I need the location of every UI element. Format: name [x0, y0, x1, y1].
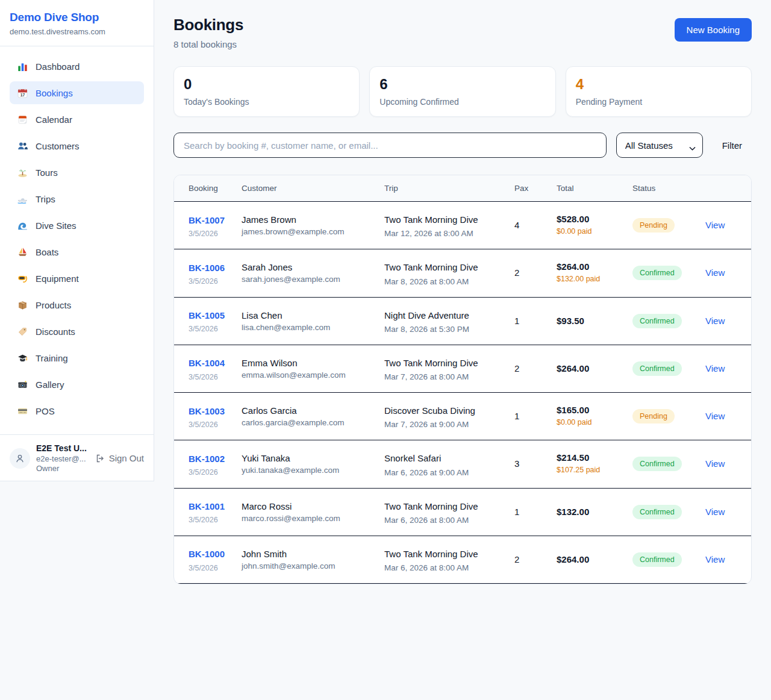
package-icon — [17, 299, 28, 310]
table-row: BK-1003 3/5/2026 Carlos Garcia carlos.ga… — [174, 393, 751, 440]
booking-id-link[interactable]: BK-1005 — [189, 308, 225, 322]
bookings-table: Booking Customer Trip Pax Total Status B… — [174, 175, 751, 584]
booking-id-link[interactable]: BK-1002 — [189, 452, 225, 466]
total-amount: $264.00 — [557, 261, 628, 272]
label-icon — [17, 326, 28, 337]
status-badge: Confirmed — [632, 552, 682, 567]
status-badge: Pending — [632, 409, 675, 423]
filter-button[interactable]: Filter — [722, 140, 742, 151]
sidebar-item-products[interactable]: Products — [10, 293, 144, 316]
sidebar-item-label: Trips — [36, 194, 55, 204]
sidebar-item-label: Discounts — [36, 327, 75, 337]
stat-label: Pending Payment — [576, 97, 741, 107]
search-input[interactable] — [173, 133, 607, 158]
stat-value: 0 — [184, 76, 349, 93]
trip-name: Night Dive Adventure — [384, 308, 481, 322]
booking-id-link[interactable]: BK-1000 — [189, 547, 225, 561]
filter-row: All Statuses Filter — [173, 133, 752, 158]
status-badge: Confirmed — [632, 314, 682, 328]
view-link[interactable]: View — [705, 507, 725, 517]
trip-name: Two Tank Morning Dive — [384, 499, 481, 513]
view-link[interactable]: View — [705, 554, 725, 564]
sidebar-item-label: Tours — [36, 167, 58, 178]
sidebar-item-pos[interactable]: POS — [10, 399, 144, 422]
table-row: BK-1000 3/5/2026 John Smith john.smith@e… — [174, 536, 751, 583]
column-header-actions — [705, 175, 751, 202]
speedboat-icon — [17, 193, 28, 204]
diving-mask-icon — [17, 273, 28, 284]
page-subtitle: 8 total bookings — [173, 39, 243, 49]
pax-count: 1 — [514, 507, 519, 517]
trip-name: Discover Scuba Diving — [384, 404, 481, 417]
trip-name: Snorkel Safari — [384, 451, 481, 465]
view-link[interactable]: View — [705, 363, 725, 373]
sidebar-item-training[interactable]: Training — [10, 346, 144, 369]
calendar-icon: 17 — [17, 87, 28, 98]
sign-out-button[interactable]: Sign Out — [95, 453, 144, 463]
table-row: BK-1004 3/5/2026 Emma Wilson emma.wilson… — [174, 345, 751, 392]
sidebar-item-trips[interactable]: Trips — [10, 187, 144, 210]
sidebar-item-label: POS — [36, 406, 55, 416]
sidebar-item-label: Dashboard — [36, 61, 80, 72]
trip-date: Mar 6, 2026 at 8:00 AM — [384, 563, 510, 572]
customer-email: emma.wilson@example.com — [242, 370, 379, 380]
sidebar-item-equipment[interactable]: Equipment — [10, 267, 144, 290]
sidebar-item-label: Gallery — [36, 380, 64, 390]
svg-text:17: 17 — [20, 93, 25, 97]
customer-email: lisa.chen@example.com — [242, 323, 379, 332]
pax-count: 2 — [514, 554, 519, 564]
view-link[interactable]: View — [705, 220, 725, 230]
booking-date: 3/5/2026 — [189, 373, 237, 381]
customer-name: Carlos Garcia — [242, 405, 379, 416]
customer-name: Sarah Jones — [242, 262, 379, 272]
sidebar-item-label: Calendar — [36, 114, 72, 125]
trip-name: Two Tank Morning Dive — [384, 213, 481, 227]
booking-id-link[interactable]: BK-1004 — [189, 356, 225, 370]
view-link[interactable]: View — [705, 411, 725, 421]
total-amount: $165.00 — [557, 405, 628, 415]
stat-value: 6 — [379, 76, 545, 93]
sidebar-item-label: Dive Sites — [36, 220, 76, 231]
sidebar-item-bookings[interactable]: 17 Bookings — [10, 81, 144, 104]
pax-count: 2 — [514, 267, 519, 278]
booking-id-link[interactable]: BK-1007 — [189, 213, 225, 227]
credit-card-icon — [17, 405, 28, 416]
sidebar-footer: E2E Test U... e2e-tester@... Owner Sign … — [0, 434, 154, 481]
paid-amount: $0.00 paid — [557, 417, 608, 428]
sidebar-item-customers[interactable]: Customers — [10, 134, 144, 157]
pax-count: 4 — [514, 220, 519, 230]
view-link[interactable]: View — [705, 267, 725, 278]
status-filter-select[interactable]: All Statuses — [616, 133, 703, 158]
sidebar-item-discounts[interactable]: Discounts — [10, 320, 144, 343]
sidebar-item-tours[interactable]: Tours — [10, 161, 144, 184]
bar-chart-icon — [17, 61, 28, 72]
booking-date: 3/5/2026 — [189, 420, 237, 429]
booking-date: 3/5/2026 — [189, 564, 237, 572]
customer-name: Emma Wilson — [242, 358, 379, 368]
total-amount: $528.00 — [557, 214, 628, 224]
booking-id-link[interactable]: BK-1003 — [189, 404, 225, 418]
booking-id-link[interactable]: BK-1001 — [189, 499, 225, 513]
customer-email: yuki.tanaka@example.com — [242, 466, 379, 475]
pax-count: 2 — [514, 363, 519, 373]
sidebar-item-label: Customers — [36, 141, 80, 151]
island-icon — [17, 167, 28, 178]
sidebar-item-calendar[interactable]: Calendar — [10, 108, 144, 131]
avatar — [10, 448, 30, 469]
booking-date: 3/5/2026 — [189, 277, 237, 286]
sidebar-item-boats[interactable]: Boats — [10, 240, 144, 263]
sidebar-item-gallery[interactable]: Gallery — [10, 373, 144, 396]
customer-name: John Smith — [242, 549, 379, 559]
view-link[interactable]: View — [705, 458, 725, 469]
booking-id-link[interactable]: BK-1006 — [189, 261, 225, 275]
sidebar-item-dive-sites[interactable]: Dive Sites — [10, 214, 144, 237]
sidebar-item-dashboard[interactable]: Dashboard — [10, 55, 144, 78]
column-header-total: Total — [557, 175, 632, 202]
sidebar-nav: Dashboard 17 Bookings Calendar Customers… — [0, 46, 154, 434]
view-link[interactable]: View — [705, 316, 725, 326]
sign-out-icon — [95, 454, 105, 463]
status-badge: Pending — [632, 218, 675, 233]
trip-date: Mar 8, 2026 at 5:30 PM — [384, 325, 510, 334]
stat-value: 4 — [576, 76, 741, 93]
new-booking-button[interactable]: New Booking — [675, 18, 752, 42]
